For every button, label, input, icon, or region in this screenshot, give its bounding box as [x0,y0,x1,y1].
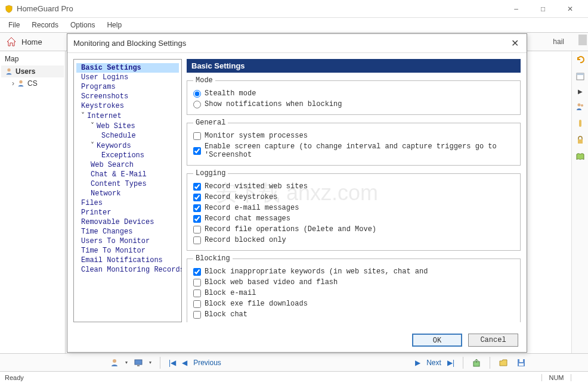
menu-records[interactable]: Records [27,20,63,30]
check-logging-0[interactable]: Record visited web sites [193,181,514,192]
chevron-down-icon[interactable]: ▾ [149,360,151,365]
book-icon[interactable] [575,152,585,161]
tree-item-printer[interactable]: Printer [76,208,179,217]
menu-options[interactable]: Options [66,20,100,30]
radio-stealth-input[interactable] [193,90,201,98]
tree-item-user-logins[interactable]: User Logins [76,73,179,82]
minimize-button[interactable]: – [503,1,530,17]
check-blocking-3[interactable]: Block exe file downloads [193,298,514,309]
svg-rect-3 [577,73,584,75]
first-icon[interactable]: |◀ [169,359,176,367]
play-icon[interactable]: ▶ [578,88,583,95]
folder-icon[interactable] [499,358,508,368]
check-logging-1-input[interactable] [193,194,201,201]
tree-item-keywords[interactable]: ˅Keywords [76,141,179,151]
tree-item-internet[interactable]: ˅Internet [76,111,179,121]
user-dropdown-icon[interactable] [110,358,119,368]
expand-icon[interactable]: › [12,79,14,88]
monitor-dropdown-icon[interactable] [134,358,143,368]
tree-item-time-changes[interactable]: Time Changes [76,227,179,236]
check-enable-capture[interactable]: Enable screen capture (to change interva… [193,141,514,160]
radio-notify[interactable]: Show notifications when blocking [193,99,514,110]
dialog-close-button[interactable]: ✕ [509,38,521,49]
check-blocking-0-input[interactable] [193,268,201,276]
tree-item-schedule[interactable]: Schedule [76,131,179,141]
home-icon[interactable] [6,36,17,47]
user-cs-label: CS [27,79,38,88]
tree-item-programs[interactable]: Programs [76,82,179,92]
check-monitor-system-input[interactable] [193,132,201,140]
lock-icon[interactable] [575,135,585,145]
tree-item-basic-settings[interactable]: Basic Settings [76,63,179,73]
radio-stealth[interactable]: Stealth mode [193,88,514,99]
radio-notify-input[interactable] [193,101,201,108]
check-blocking-3-input[interactable] [193,300,201,308]
tree-item-time-to-monitor[interactable]: Time To Monitor [76,246,179,256]
chevron-down-icon: ˅ [81,111,87,120]
menu-help[interactable]: Help [102,20,126,30]
toolbar-hail-text: hail [553,38,564,46]
blocking-legend: Blocking [193,254,233,263]
check-logging-3[interactable]: Record chat messages [193,213,514,224]
svg-rect-14 [519,363,524,366]
previous-label[interactable]: Previous [193,359,221,367]
check-blocking-1-input[interactable] [193,279,201,287]
cancel-button[interactable]: Cancel [468,334,518,347]
scrollbar-stub[interactable] [578,35,587,45]
calendar-icon[interactable] [575,71,585,81]
sidebar-users-row[interactable]: Users [1,66,64,77]
menubar: File Records Options Help [0,18,588,32]
tree-item-users-to-monitor[interactable]: Users To Monitor [76,236,179,246]
tree-item-content-types[interactable]: Content Types [76,179,179,189]
tree-item-keystrokes[interactable]: Keystrokes [76,101,179,111]
tree-item-web-search[interactable]: Web Search [76,160,179,170]
maximize-button[interactable]: □ [530,1,556,17]
check-enable-capture-input[interactable] [193,147,201,155]
check-logging-5-input[interactable] [193,236,201,244]
sidebar-user-cs[interactable]: › CS [1,77,64,89]
check-logging-4-input[interactable] [193,226,201,233]
close-button[interactable]: ✕ [556,1,583,17]
dialog-buttons: OK Cancel [67,328,527,352]
next-label[interactable]: Next [426,359,441,367]
undo-icon[interactable] [575,55,585,64]
check-logging-1[interactable]: Record keystrokes [193,192,514,203]
tree-item-chat-e-mail[interactable]: Chat & E-Mail [76,170,179,179]
last-icon[interactable]: ▶| [447,359,454,367]
svg-rect-13 [519,359,523,362]
check-logging-0-input[interactable] [193,183,201,191]
check-blocking-1[interactable]: Block web based video and flash [193,277,514,288]
check-logging-3-input[interactable] [193,215,201,223]
tree-item-removable-devices[interactable]: Removable Devices [76,217,179,227]
bottle-icon[interactable] [575,119,585,128]
check-blocking-0[interactable]: Block inappropriate keywords (in web sit… [193,266,514,277]
tree-item-email-notifications[interactable]: Email Notifications [76,256,179,265]
svg-point-8 [113,359,116,363]
tree-item-exceptions[interactable]: Exceptions [76,151,179,160]
menu-file[interactable]: File [4,20,24,30]
check-logging-2[interactable]: Record e-mail messages [193,203,514,213]
dialog-title-text: Monitoring and Blocking Settings [73,39,509,48]
chevron-down-icon[interactable]: ▾ [125,360,128,365]
check-logging-2-input[interactable] [193,204,201,212]
check-blocking-4-input[interactable] [193,311,201,319]
tree-item-network[interactable]: Network [76,189,179,198]
tree-item-clean-monitoring-records[interactable]: Clean Monitoring Records [76,265,179,275]
users-icon[interactable] [575,102,585,111]
check-monitor-system[interactable]: Monitor system processes [193,130,514,141]
check-blocking-2-input[interactable] [193,289,201,297]
tree-item-files[interactable]: Files [76,198,179,208]
home-label[interactable]: Home [21,38,42,46]
check-blocking-2[interactable]: Block e-mail [193,288,514,298]
settings-tree[interactable]: Basic SettingsUser LoginsProgramsScreens… [73,59,182,322]
check-logging-4[interactable]: Record file operations (Delete and Move) [193,224,514,235]
ok-button[interactable]: OK [412,334,462,347]
tree-item-web-sites[interactable]: ˅Web Sites [76,121,179,131]
prev-icon[interactable]: ◀ [182,359,187,367]
check-blocking-4[interactable]: Block chat [193,309,514,320]
check-logging-5[interactable]: Record blocked only [193,235,514,245]
tree-item-screenshots[interactable]: Screenshots [76,92,179,101]
export-icon[interactable] [472,358,481,368]
save-icon[interactable] [516,358,526,368]
next-icon[interactable]: ▶ [415,359,420,367]
